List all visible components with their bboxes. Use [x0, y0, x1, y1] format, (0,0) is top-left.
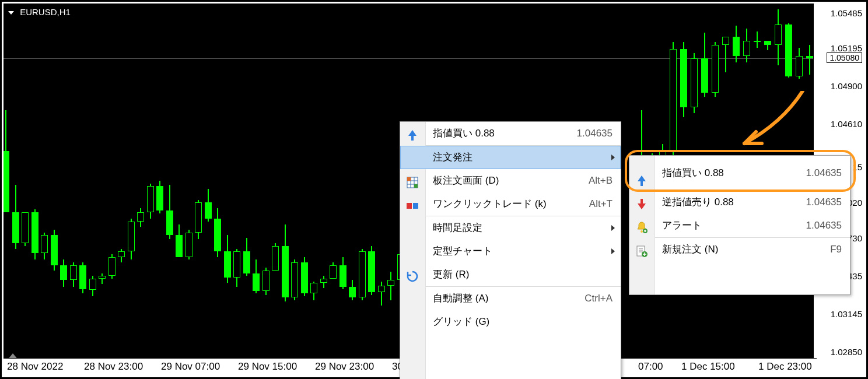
x-axis-tick: 1 Dec 23:00 [758, 361, 812, 373]
submenu-new-order[interactable]: 新規注文 (N) F9 [629, 238, 850, 261]
menu-refresh-label: 更新 (R) [433, 269, 469, 280]
bell-icon [635, 219, 648, 232]
y-axis-tick: 1.03145 [831, 309, 862, 319]
menu-new-order-label: 注文発注 [433, 152, 473, 163]
menu-auto-scroll-label: 自動調整 (A) [433, 293, 488, 304]
submenu-sell-stop-price: 1.04635 [806, 191, 842, 214]
menu-dom-shortcut: Alt+B [589, 169, 612, 192]
menu-timeframe[interactable]: 時間足設定 [400, 216, 621, 240]
submenu-sell-stop[interactable]: 逆指値売り 0.88 1.04635 [629, 191, 850, 214]
svg-rect-1 [407, 177, 411, 181]
menu-grid[interactable]: グリッド (G) [400, 310, 621, 334]
arrow-up-icon [406, 127, 419, 140]
menu-buy-limit-label: 指値買い 0.88 [433, 128, 495, 139]
y-axis-tick: 1.04900 [831, 81, 862, 91]
menu-buy-limit-price: 1.04635 [577, 122, 612, 145]
x-axis-tick: 28 Nov 23:00 [84, 361, 143, 373]
submenu-new-order-shortcut: F9 [830, 238, 842, 261]
current-price-label: 1.05080 [827, 52, 862, 63]
arrow-down-icon [635, 196, 648, 209]
menu-depth-of-market[interactable]: 板注文画面 (D) Alt+B [400, 169, 621, 192]
refresh-icon [406, 268, 419, 281]
svg-rect-4 [413, 203, 418, 209]
svg-rect-3 [407, 203, 412, 209]
submenu-new-order-label: 新規注文 (N) [662, 244, 718, 255]
y-axis-tick: 1.05485 [831, 8, 862, 18]
x-axis-tick: 29 Nov 07:00 [161, 361, 220, 373]
submenu-arrow-icon [611, 155, 615, 160]
x-axis-tick: 28 Nov 2022 [7, 361, 63, 373]
y-axis-tick: 1.04610 [831, 119, 862, 129]
submenu-alert-price: 1.04635 [806, 214, 842, 237]
window-frame: EURUSD,H1 1.05080 1.054851.051951.049001… [0, 0, 868, 379]
menu-oct-shortcut: Alt+T [589, 192, 612, 216]
menu-new-order[interactable]: 注文発注 [400, 146, 621, 169]
submenu-arrow-icon [611, 248, 615, 254]
y-axis-tick: 1.05195 [831, 43, 862, 53]
document-plus-icon [635, 243, 648, 256]
annotation-callout [625, 150, 856, 192]
x-axis-tick: 07:00 [638, 361, 663, 373]
submenu-alert-label: アラート [662, 220, 702, 231]
menu-template[interactable]: 定型チャート [400, 240, 621, 263]
annotation-arrow-icon [733, 91, 808, 149]
grid-icon [406, 174, 419, 187]
submenu-alert[interactable]: アラート 1.04635 [629, 214, 850, 237]
svg-point-5 [640, 230, 643, 233]
y-axis-tick: 1.02850 [831, 347, 862, 357]
svg-rect-2 [414, 184, 418, 188]
menu-dom-label: 板注文画面 (D) [433, 175, 499, 186]
two-panel-icon [406, 198, 419, 210]
x-axis-tick: 29 Nov 15:00 [238, 361, 297, 373]
menu-timeframe-label: 時間足設定 [433, 222, 482, 233]
submenu-sell-stop-label: 逆指値売り 0.88 [662, 196, 734, 208]
menu-one-click-trade[interactable]: ワンクリックトレード (k) Alt+T [400, 192, 621, 216]
menu-template-label: 定型チャート [433, 245, 492, 257]
menu-buy-limit[interactable]: 指値買い 0.88 1.04635 [400, 122, 621, 145]
menu-oct-label: ワンクリックトレード (k) [433, 198, 547, 209]
x-axis-tick: 29 Nov 23:00 [315, 361, 374, 373]
menu-grid-label: グリッド (G) [433, 316, 489, 327]
menu-refresh[interactable]: 更新 (R) [400, 263, 621, 286]
menu-auto-scroll[interactable]: 自動調整 (A) Ctrl+A [400, 287, 621, 310]
menu-auto-scroll-shortcut: Ctrl+A [584, 287, 612, 310]
arrow-up-icon [635, 167, 648, 180]
submenu-arrow-icon [611, 225, 615, 231]
x-axis-tick: 1 Dec 15:00 [681, 361, 735, 373]
chart-context-menu[interactable]: 指値買い 0.88 1.04635 注文発注 板注文画面 (D) Alt+B ワ… [400, 121, 621, 379]
